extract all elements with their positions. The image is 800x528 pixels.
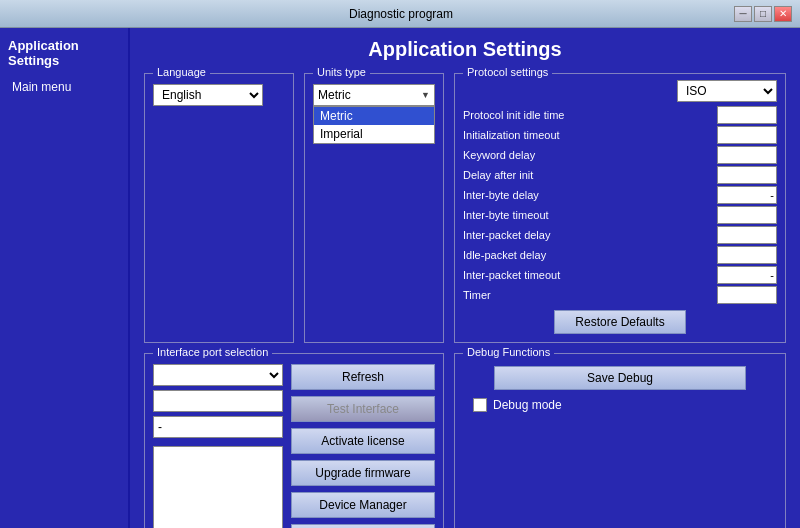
middle-row: Language English Units type Metric ▼ Met… xyxy=(144,73,786,343)
protocol-header: ISO xyxy=(463,80,777,102)
bluetooth-manager-button[interactable]: Bluetooth Manager xyxy=(291,524,435,528)
protocol-value-1[interactable] xyxy=(717,126,777,144)
protocol-value-2[interactable] xyxy=(717,146,777,164)
language-section: Language English xyxy=(144,73,294,343)
restore-btn-wrap: Restore Defaults xyxy=(463,310,777,334)
protocol-value-3[interactable] xyxy=(717,166,777,184)
units-dropdown-open: Metric Imperial xyxy=(313,106,435,144)
sidebar-item-main-menu[interactable]: Main menu xyxy=(12,80,120,94)
save-debug-button[interactable]: Save Debug xyxy=(494,366,745,390)
protocol-value-8[interactable] xyxy=(717,266,777,284)
protocol-section: Protocol settings ISO Protocol init idle… xyxy=(454,73,786,343)
interface-buttons: Refresh Test Interface Activate license … xyxy=(291,364,435,528)
protocol-label-3: Delay after init xyxy=(463,166,711,184)
minimize-button[interactable]: ─ xyxy=(734,6,752,22)
units-dropdown-wrapper: Metric ▼ Metric Imperial xyxy=(313,84,435,106)
protocol-label-8: Inter-packet timeout xyxy=(463,266,711,284)
interface-port-select[interactable] xyxy=(153,364,283,386)
protocol-value-6[interactable] xyxy=(717,226,777,244)
protocol-label-7: Idle-packet delay xyxy=(463,246,711,264)
debug-section: Debug Functions Save Debug Debug mode xyxy=(454,353,786,528)
sidebar: ApplicationSettings Main menu xyxy=(0,28,130,528)
protocol-label-9: Timer xyxy=(463,286,711,304)
protocol-type-select[interactable]: ISO xyxy=(677,80,777,102)
protocol-value-5[interactable] xyxy=(717,206,777,224)
interface-left xyxy=(153,364,283,528)
protocol-value-7[interactable] xyxy=(717,246,777,264)
title-bar: Diagnostic program ─ □ ✕ xyxy=(0,0,800,28)
units-selected-value: Metric xyxy=(318,88,351,102)
interface-input-3[interactable] xyxy=(153,416,283,438)
units-select-display[interactable]: Metric ▼ xyxy=(313,84,435,106)
device-manager-button[interactable]: Device Manager xyxy=(291,492,435,518)
units-section: Units type Metric ▼ Metric Imperial xyxy=(304,73,444,343)
page-title: Application Settings xyxy=(144,38,786,61)
protocol-value-9[interactable] xyxy=(717,286,777,304)
title-bar-buttons: ─ □ ✕ xyxy=(734,6,792,22)
interface-input-2[interactable] xyxy=(153,390,283,412)
debug-legend: Debug Functions xyxy=(463,346,554,358)
language-legend: Language xyxy=(153,66,210,78)
debug-mode-checkbox[interactable] xyxy=(473,398,487,412)
activate-license-button[interactable]: Activate license xyxy=(291,428,435,454)
protocol-label-6: Inter-packet delay xyxy=(463,226,711,244)
protocol-label-1: Initialization timeout xyxy=(463,126,711,144)
protocol-legend: Protocol settings xyxy=(463,66,552,78)
protocol-grid: Protocol init idle time Initialization t… xyxy=(463,106,777,304)
units-arrow-icon: ▼ xyxy=(421,90,430,100)
protocol-value-0[interactable] xyxy=(717,106,777,124)
protocol-label-4: Inter-byte delay xyxy=(463,186,711,204)
upgrade-firmware-button[interactable]: Upgrade firmware xyxy=(291,460,435,486)
close-button[interactable]: ✕ xyxy=(774,6,792,22)
test-interface-button[interactable]: Test Interface xyxy=(291,396,435,422)
interface-inner: Refresh Test Interface Activate license … xyxy=(153,364,435,528)
units-option-imperial[interactable]: Imperial xyxy=(314,125,434,143)
interface-legend: Interface port selection xyxy=(153,346,272,358)
protocol-label-5: Inter-byte timeout xyxy=(463,206,711,224)
interface-section: Interface port selection Refresh Test In… xyxy=(144,353,444,528)
units-option-metric[interactable]: Metric xyxy=(314,107,434,125)
protocol-label-0: Protocol init idle time xyxy=(463,106,711,124)
debug-mode-row: Debug mode xyxy=(463,398,777,412)
protocol-value-4[interactable] xyxy=(717,186,777,204)
language-select[interactable]: English xyxy=(153,84,263,106)
interface-textarea[interactable] xyxy=(153,446,283,528)
bottom-row: Interface port selection Refresh Test In… xyxy=(144,353,786,528)
restore-defaults-button[interactable]: Restore Defaults xyxy=(554,310,685,334)
refresh-button[interactable]: Refresh xyxy=(291,364,435,390)
sidebar-item-application-settings[interactable]: ApplicationSettings xyxy=(8,38,120,68)
protocol-label-2: Keyword delay xyxy=(463,146,711,164)
units-legend: Units type xyxy=(313,66,370,78)
maximize-button[interactable]: □ xyxy=(754,6,772,22)
main-area: ApplicationSettings Main menu Applicatio… xyxy=(0,28,800,528)
protocol-left: ISO Protocol init idle time Initializati… xyxy=(463,80,777,304)
protocol-inner: ISO Protocol init idle time Initializati… xyxy=(463,80,777,304)
debug-mode-label: Debug mode xyxy=(493,398,562,412)
content-area: Application Settings Language English Un… xyxy=(130,28,800,528)
debug-inner: Save Debug Debug mode xyxy=(463,360,777,412)
title-bar-title: Diagnostic program xyxy=(68,7,734,21)
